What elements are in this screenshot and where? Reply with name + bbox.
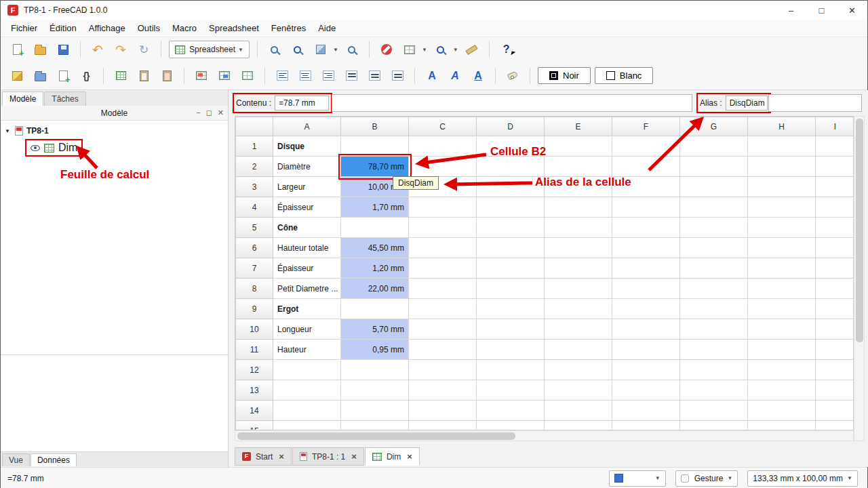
new-file-icon[interactable] bbox=[7, 40, 26, 59]
col-header-I[interactable]: I bbox=[816, 117, 854, 136]
cell-B6[interactable]: 45,50 mm bbox=[341, 238, 409, 258]
cell-I5[interactable] bbox=[816, 218, 854, 238]
cell-A14[interactable] bbox=[273, 401, 341, 421]
cell-G9[interactable] bbox=[680, 299, 748, 319]
cell-C11[interactable] bbox=[409, 340, 477, 360]
cell-D6[interactable] bbox=[477, 238, 545, 258]
cell-I4[interactable] bbox=[816, 197, 854, 218]
cell-H15[interactable] bbox=[748, 421, 816, 431]
whatsthis-icon[interactable]: ? bbox=[497, 40, 516, 59]
cell-G12[interactable] bbox=[680, 360, 748, 380]
cell-H9[interactable] bbox=[748, 299, 816, 319]
cell-G5[interactable] bbox=[680, 218, 748, 238]
cell-G8[interactable] bbox=[680, 279, 748, 299]
row-header-14[interactable]: 14 bbox=[236, 401, 273, 421]
cell-E5[interactable] bbox=[545, 218, 612, 238]
cell-F5[interactable] bbox=[612, 218, 680, 238]
merge-cells-icon[interactable] bbox=[192, 66, 211, 85]
measure-icon[interactable] bbox=[462, 40, 481, 59]
cell-H12[interactable] bbox=[748, 360, 816, 380]
cell-E13[interactable] bbox=[545, 380, 612, 401]
cell-B7[interactable]: 1,20 mm bbox=[341, 258, 409, 279]
col-header-G[interactable]: G bbox=[680, 117, 748, 136]
cell-D14[interactable] bbox=[477, 401, 545, 421]
cell-C9[interactable] bbox=[409, 299, 477, 319]
cell-A11[interactable]: Hauteur bbox=[273, 340, 341, 360]
cell-G10[interactable] bbox=[680, 319, 748, 340]
dock-close-icon[interactable]: ✕ bbox=[218, 108, 224, 117]
row-header-6[interactable]: 6 bbox=[236, 238, 273, 258]
cell-B2[interactable]: 78,70 mm bbox=[341, 157, 409, 177]
cell-B10[interactable]: 5,70 mm bbox=[341, 319, 409, 340]
cell-D12[interactable] bbox=[477, 360, 545, 380]
cell-E12[interactable] bbox=[545, 360, 612, 380]
row-header-8[interactable]: 8 bbox=[236, 279, 273, 299]
axonometric-view-icon[interactable] bbox=[311, 40, 330, 59]
col-header-A[interactable]: A bbox=[273, 117, 341, 136]
dock-float-icon[interactable]: ◻ bbox=[206, 108, 212, 117]
undo-icon[interactable]: ↶ bbox=[88, 40, 107, 59]
cell-G4[interactable] bbox=[680, 197, 748, 218]
row-header-5[interactable]: 5 bbox=[236, 218, 273, 238]
style-bold-icon[interactable]: A bbox=[422, 66, 441, 85]
content-input[interactable]: =78.7 mm bbox=[275, 96, 329, 110]
cell-F9[interactable] bbox=[612, 299, 680, 319]
cell-B1[interactable] bbox=[341, 136, 409, 157]
align-bottom-icon[interactable] bbox=[388, 66, 407, 85]
cell-I14[interactable] bbox=[816, 401, 854, 421]
cell-G2[interactable] bbox=[680, 157, 748, 177]
cell-C5[interactable] bbox=[409, 218, 477, 238]
cell-A6[interactable]: Hauteur totale bbox=[273, 238, 341, 258]
cell-H6[interactable] bbox=[748, 238, 816, 258]
cell-A5[interactable]: Cône bbox=[273, 218, 341, 238]
col-header-H[interactable]: H bbox=[748, 117, 816, 136]
cell-H2[interactable] bbox=[748, 157, 816, 177]
cell-I6[interactable] bbox=[816, 238, 854, 258]
tab-modele[interactable]: Modèle bbox=[2, 92, 43, 106]
cell-D2[interactable] bbox=[477, 157, 545, 177]
cell-H13[interactable] bbox=[748, 380, 816, 401]
cell-E15[interactable] bbox=[545, 421, 612, 431]
tab-donnees[interactable]: Données bbox=[31, 453, 77, 466]
align-center-icon[interactable] bbox=[296, 66, 315, 85]
row-header-2[interactable]: 2 bbox=[236, 157, 273, 177]
cell-I2[interactable] bbox=[816, 157, 854, 177]
cell-D3[interactable] bbox=[477, 177, 545, 197]
row-header-9[interactable]: 9 bbox=[236, 299, 273, 319]
cell-E2[interactable] bbox=[545, 157, 612, 177]
style-underline-icon[interactable]: A bbox=[469, 66, 488, 85]
close-button[interactable]: ✕ bbox=[837, 1, 867, 20]
group-icon[interactable] bbox=[31, 66, 50, 85]
cell-F7[interactable] bbox=[612, 258, 680, 279]
close-tab-icon[interactable]: × bbox=[351, 451, 357, 462]
col-header-C[interactable]: C bbox=[409, 117, 477, 136]
menu-spreadsheet[interactable]: Spreadsheet bbox=[203, 20, 265, 36]
cell-I12[interactable] bbox=[816, 360, 854, 380]
zoom-tools-icon[interactable] bbox=[431, 40, 450, 59]
menu-outils[interactable]: Outils bbox=[132, 20, 166, 36]
varset-icon[interactable]: { } bbox=[77, 66, 96, 85]
chevron-down-icon[interactable]: ▼ bbox=[453, 47, 458, 53]
cell-G11[interactable] bbox=[680, 340, 748, 360]
minimize-button[interactable]: – bbox=[776, 1, 806, 20]
chevron-down-icon[interactable]: ▼ bbox=[333, 47, 338, 53]
blanc-button[interactable]: Blanc bbox=[595, 67, 654, 84]
cell-F6[interactable] bbox=[612, 238, 680, 258]
cell-F10[interactable] bbox=[612, 319, 680, 340]
cell-G1[interactable] bbox=[680, 136, 748, 157]
cell-I13[interactable] bbox=[816, 380, 854, 401]
row-header-10[interactable]: 10 bbox=[236, 319, 273, 340]
menu-macro[interactable]: Macro bbox=[166, 20, 203, 36]
cell-C14[interactable] bbox=[409, 401, 477, 421]
cell-G3[interactable] bbox=[680, 177, 748, 197]
cell-H10[interactable] bbox=[748, 319, 816, 340]
cell-E10[interactable] bbox=[545, 319, 612, 340]
cell-G15[interactable] bbox=[680, 421, 748, 431]
chevron-down-icon[interactable]: ▼ bbox=[422, 47, 427, 53]
cell-B12[interactable] bbox=[341, 360, 409, 380]
grid-corner[interactable] bbox=[236, 117, 273, 136]
cell-F13[interactable] bbox=[612, 380, 680, 401]
workbench-selector[interactable]: Spreadsheet ▼ bbox=[169, 41, 250, 58]
menu-edition[interactable]: Édition bbox=[43, 20, 83, 36]
cell-A2[interactable]: Diamètre bbox=[273, 157, 341, 177]
